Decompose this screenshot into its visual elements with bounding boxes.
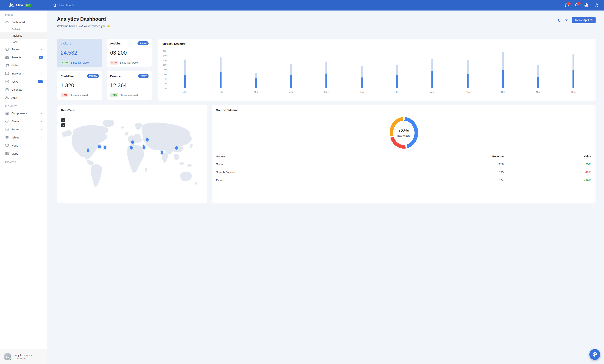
- sidebar-subitem-analytics[interactable]: Analytics: [0, 32, 47, 39]
- source-table: SourceRevenueValue Social260+35%Search E…: [212, 153, 302, 182]
- search-bar[interactable]: [52, 3, 302, 7]
- stat-delta-badge: +14%: [61, 61, 69, 64]
- chevron-down-icon: [40, 72, 43, 75]
- sidebar-item-forms[interactable]: Forms: [0, 125, 47, 133]
- page-subtitle: Welcome back, Lucy! We've missed you. 👋: [57, 25, 111, 28]
- bar-feb[interactable]: [203, 51, 238, 88]
- chevron-down-icon: [40, 136, 43, 139]
- stat-value: 24.532: [61, 50, 99, 56]
- sidebar-item-components[interactable]: Components: [0, 109, 47, 117]
- bar-jan[interactable]: [168, 51, 203, 88]
- stat-caption: Since last week: [70, 94, 88, 97]
- sidebar-item-orders[interactable]: Orders: [0, 61, 47, 69]
- stat-period-badge[interactable]: Annual: [138, 41, 149, 45]
- map-marker[interactable]: [160, 150, 164, 155]
- y-tick-label: 140: [163, 55, 167, 57]
- chevron-down-icon: [40, 144, 43, 147]
- y-tick-label: 120: [163, 59, 167, 62]
- credit-card-icon: [5, 72, 9, 75]
- search-input[interactable]: [59, 4, 115, 7]
- main-content: Analytics Dashboard Welcome back, Lucy! …: [47, 11, 302, 182]
- sidebar-item-projects[interactable]: Projects8: [0, 53, 47, 61]
- sidebar-item-tables[interactable]: Tables: [0, 133, 47, 141]
- y-tick-label: 60: [164, 73, 167, 75]
- donut-chart-title: Source / Medium: [216, 108, 239, 112]
- y-tick-label: 20: [164, 82, 167, 85]
- sidebar-item-label: Calendar: [12, 88, 43, 91]
- x-tick-label: Mar: [238, 91, 274, 93]
- table-row[interactable]: Social260+35%: [212, 160, 302, 168]
- sidebar-item-label: Components: [12, 112, 38, 115]
- stat-title: Visitors: [61, 42, 99, 45]
- layout-icon: [5, 48, 9, 51]
- x-tick-label: Apr: [274, 91, 302, 93]
- table-row[interactable]: Direct164+46%: [212, 176, 302, 182]
- source-table-header: SourceRevenueValue: [212, 153, 302, 160]
- sidebar-item-calendar[interactable]: Calendar: [0, 86, 47, 94]
- y-tick-label: 80: [164, 68, 167, 71]
- sidebar-item-label: Maps: [12, 152, 38, 155]
- bar-chart-y-axis: 020406080100120140160: [162, 51, 168, 88]
- sidebar-item-pages[interactable]: Pages: [0, 45, 47, 53]
- bar-apr[interactable]: [274, 51, 302, 88]
- source-cell: Search Engines: [212, 168, 302, 176]
- map-zoom-out-button[interactable]: −: [61, 123, 65, 127]
- card-menu-icon[interactable]: [200, 108, 204, 112]
- sidebar-item-label: Orders: [12, 64, 43, 67]
- pro-badge: PRO: [25, 4, 32, 7]
- chevron-down-icon: [40, 128, 43, 131]
- page-header: Analytics Dashboard Welcome back, Lucy! …: [57, 16, 302, 28]
- chevron-down-icon: [40, 96, 43, 99]
- sidebar-subitem-saas[interactable]: SaaS: [0, 39, 47, 45]
- sidebar-item-badge: 8: [39, 56, 43, 59]
- stat-period-badge[interactable]: Yearly: [138, 74, 149, 78]
- sidebar-section-label: Pages: [0, 11, 47, 18]
- chevron-down-icon: [40, 152, 43, 155]
- top-navbar: Mira PRO 3 7: [0, 0, 302, 11]
- sidebar-item-invoices[interactable]: Invoices: [0, 69, 47, 77]
- map-zoom-in-button[interactable]: +: [61, 118, 65, 122]
- stat-period-badge[interactable]: Monthly: [87, 74, 99, 78]
- map-marker[interactable]: [142, 145, 146, 150]
- sidebar-subitem-default[interactable]: Default: [0, 26, 47, 32]
- y-tick-label: 40: [164, 78, 167, 80]
- x-tick-label: Jan: [168, 91, 203, 93]
- stats-grid: Visitors24.532+14%Since last weekActivit…: [57, 39, 151, 100]
- sidebar-item-dashboard[interactable]: Dashboard: [0, 18, 47, 26]
- sidebar-nav: PagesDashboardDefaultAnalyticsSaaSPagesP…: [0, 11, 47, 182]
- map-icon: [5, 152, 9, 155]
- sidebar-item-tasks[interactable]: Tasks17: [0, 77, 47, 86]
- stat-card-activity: ActivityAnnual63.200-12%Since last week: [107, 39, 151, 67]
- shopping-cart-icon: [5, 63, 9, 67]
- stat-card-bounce: BounceYearly12.364+27%Since last week: [107, 71, 151, 100]
- sliders-icon: [5, 20, 9, 24]
- sidebar-item-charts[interactable]: Charts: [0, 117, 47, 125]
- grid-icon: [5, 112, 9, 115]
- bar-chart: 020406080100120140160 JanFebMarAprMayJun…: [158, 45, 302, 93]
- sidebar-item-label: Auth: [12, 96, 38, 99]
- map-marker[interactable]: [103, 145, 107, 150]
- bar-chart-plot: [168, 51, 302, 88]
- table-row[interactable]: Search Engines125-12%: [212, 168, 302, 176]
- donut-chart: +23% new visitors: [212, 117, 302, 149]
- sidebar: PagesDashboardDefaultAnalyticsSaaSPagesP…: [0, 11, 47, 182]
- calendar-icon: [5, 88, 9, 91]
- realtime-map-card: Real-Time + −: [57, 105, 207, 182]
- briefcase-icon: [5, 56, 9, 59]
- y-tick-label: 160: [163, 50, 167, 52]
- stat-caption: Since last week: [120, 61, 138, 64]
- bar-mar[interactable]: [238, 51, 274, 88]
- bar-chart-x-axis: JanFebMarAprMayJunJulAugSepOctNovDec: [168, 91, 302, 93]
- chevron-down-icon: [40, 120, 43, 123]
- sidebar-item-maps[interactable]: Maps: [0, 150, 47, 158]
- stat-value: 63.200: [110, 50, 148, 56]
- x-tick-label: Feb: [203, 91, 238, 93]
- sidebar-item-label: Pages: [12, 48, 38, 51]
- check-square-icon: [5, 128, 9, 131]
- sidebar-item-label: Icons: [12, 144, 38, 147]
- brand[interactable]: Mira PRO: [0, 3, 47, 8]
- sidebar-item-icons[interactable]: Icons: [0, 141, 47, 150]
- pie-chart-icon: [5, 120, 9, 123]
- sidebar-item-auth[interactable]: Auth: [0, 94, 47, 102]
- source-cell: Social: [212, 160, 302, 168]
